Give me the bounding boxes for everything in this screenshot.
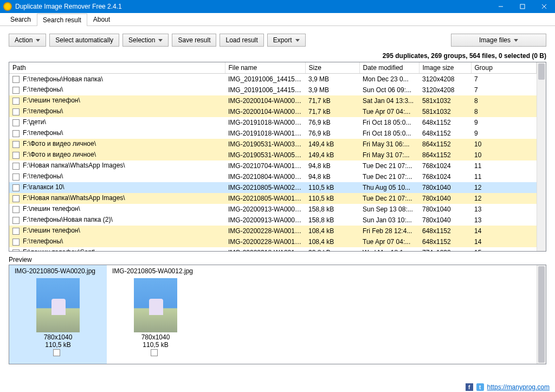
row-checkbox[interactable] — [12, 119, 20, 126]
table-row[interactable]: F:\галакси 10\IMG-20210805-WA0020....110… — [9, 182, 537, 193]
col-group[interactable]: Group — [471, 62, 537, 74]
row-checkbox[interactable] — [12, 184, 20, 191]
preview-item[interactable]: IMG-20210805-WA0012.jpg780x1040110,5 kB — [107, 265, 204, 364]
table-row[interactable]: F:\телефоны\Новая папка\IMG_20191006_144… — [9, 74, 537, 85]
action-button[interactable]: Action — [9, 34, 46, 47]
results-table: Path File name Size Date modified Image … — [9, 62, 546, 252]
selection-button[interactable]: Selection — [122, 34, 169, 47]
svg-rect-1 — [520, 4, 525, 9]
table-row[interactable]: F:\лешин телефон\Sent\IMG-20200318-WA001… — [9, 247, 537, 252]
preview-label: Preview — [9, 256, 546, 264]
table-row[interactable]: F:\телефоны\IMG-20200228-WA0015....108,4… — [9, 236, 537, 247]
row-checkbox[interactable] — [12, 130, 20, 137]
caret-icon — [36, 39, 40, 42]
tab-search-result[interactable]: Search result — [37, 14, 87, 26]
select-auto-button[interactable]: Select automatically — [49, 34, 119, 47]
preview-panel: IMG-20210805-WA0020.jpg780x1040110,5 kBI… — [9, 265, 546, 364]
table-row[interactable]: F:\телефоны\Новая папка (2)\IMG-20200913… — [9, 215, 537, 226]
save-result-button[interactable]: Save result — [172, 34, 216, 47]
row-checkbox[interactable] — [12, 217, 20, 224]
preview-dimensions: 780x1040 — [111, 333, 200, 341]
preview-filename: IMG-20210805-WA0020.jpg — [14, 265, 102, 277]
table-row[interactable]: F:\Новая папка\WhatsApp Images\IMG-20210… — [9, 160, 537, 171]
preview-checkbox[interactable] — [53, 349, 60, 356]
caret-icon — [295, 39, 300, 42]
col-path[interactable]: Path — [9, 62, 225, 74]
table-row[interactable]: F:\Новая папка\WhatsApp Images\IMG-20210… — [9, 193, 537, 204]
caret-icon — [158, 39, 163, 42]
vertical-scrollbar[interactable] — [537, 62, 546, 251]
table-row[interactable]: F:\телефоны\IMG_20191006_144154.jpg3,9 M… — [9, 85, 537, 95]
website-link[interactable]: https://manyprog.com — [487, 383, 550, 391]
table-row[interactable]: F:\телефоны\IMG-20191018-WA0011....76,9 … — [9, 128, 537, 139]
table-row[interactable]: F:\лешин телефон\IMG-20200913-WA0000....… — [9, 204, 537, 215]
minimize-button[interactable] — [490, 0, 512, 13]
toolbar: Action Select automatically Selection Sa… — [0, 26, 555, 52]
row-checkbox[interactable] — [12, 249, 20, 251]
export-button[interactable]: Export — [267, 34, 306, 47]
preview-thumbnail — [134, 278, 177, 332]
preview-dimensions: 780x1040 — [14, 333, 102, 341]
preview-size: 110,5 kB — [14, 341, 102, 349]
row-checkbox[interactable] — [12, 141, 20, 148]
table-row[interactable]: F:\телефоны\IMG-20210804-WA0003....94,8 … — [9, 171, 537, 182]
tab-search[interactable]: Search — [4, 13, 37, 25]
row-checkbox[interactable] — [12, 228, 20, 235]
twitter-icon[interactable]: t — [476, 383, 484, 391]
preview-scrollbar[interactable] — [537, 265, 546, 364]
tab-bar: Search Search result About — [0, 13, 555, 26]
close-button[interactable] — [533, 0, 555, 13]
preview-thumbnail — [36, 278, 80, 332]
table-row[interactable]: F:\лешин телефон\IMG-20200228-WA0015....… — [9, 226, 537, 236]
facebook-icon[interactable]: f — [466, 383, 473, 391]
scroll-thumb[interactable] — [538, 266, 545, 363]
footer: f t https://manyprog.com — [466, 383, 550, 391]
row-checkbox[interactable] — [12, 195, 20, 202]
table-row[interactable]: F:\Фото и видео личное\IMG-20190531-WA00… — [9, 139, 537, 150]
status-line: 295 duplicates, 269 groups, 564 files, 0… — [0, 52, 555, 62]
row-checkbox[interactable] — [12, 108, 20, 115]
row-checkbox[interactable] — [12, 163, 20, 170]
table-row[interactable]: F:\дети\IMG-20191018-WA0006....76,9 kBFr… — [9, 117, 537, 128]
preview-filename: IMG-20210805-WA0012.jpg — [111, 265, 200, 277]
app-icon — [3, 2, 12, 11]
titlebar: Duplicate Image Remover Free 2.4.1 — [0, 0, 555, 13]
table-row[interactable]: F:\телефоны\IMG-20200104-WA0001....71,7 … — [9, 106, 537, 117]
col-size[interactable]: Size — [305, 62, 359, 74]
row-checkbox[interactable] — [12, 173, 20, 181]
maximize-button[interactable] — [512, 0, 533, 13]
window-title: Duplicate Image Remover Free 2.4.1 — [15, 3, 490, 10]
caret-icon — [514, 39, 518, 42]
preview-size: 110,5 kB — [111, 341, 200, 349]
row-checkbox[interactable] — [12, 98, 20, 105]
preview-checkbox[interactable] — [151, 349, 158, 356]
table-row[interactable]: F:\Фото и видео личное\IMG-20190531-WA00… — [9, 150, 537, 160]
preview-item[interactable]: IMG-20210805-WA0020.jpg780x1040110,5 kB — [9, 265, 107, 364]
load-result-button[interactable]: Load result — [220, 34, 263, 47]
row-checkbox[interactable] — [12, 76, 20, 83]
row-checkbox[interactable] — [12, 87, 20, 94]
col-filename[interactable]: File name — [225, 62, 305, 74]
col-date[interactable]: Date modified — [359, 62, 419, 74]
image-files-button[interactable]: Image files — [451, 34, 546, 47]
row-checkbox[interactable] — [12, 152, 20, 159]
tab-about[interactable]: About — [87, 13, 116, 25]
table-row[interactable]: F:\лешин телефон\IMG-20200104-WA0002....… — [9, 95, 537, 106]
scroll-thumb[interactable] — [538, 63, 545, 80]
row-checkbox[interactable] — [12, 239, 20, 246]
col-imgsize[interactable]: Image size — [419, 62, 471, 74]
row-checkbox[interactable] — [12, 206, 20, 213]
